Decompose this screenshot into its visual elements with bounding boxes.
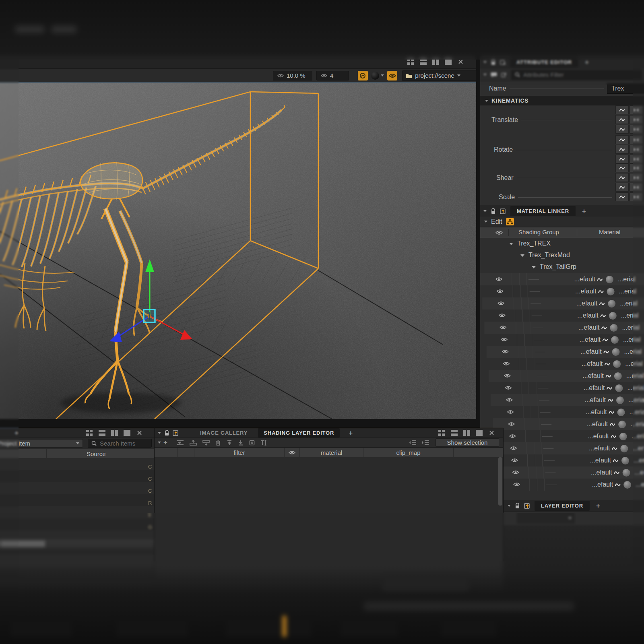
- material-swatch[interactable]: [617, 409, 625, 416]
- material-cell[interactable]: ...erial: [635, 469, 644, 476]
- export-panel-icon[interactable]: [524, 503, 530, 509]
- eye-icon[interactable]: [497, 289, 504, 293]
- hierarchy-icon[interactable]: [506, 218, 514, 225]
- curve-channel-icon[interactable]: [615, 105, 629, 114]
- render-mode-toggle[interactable]: [358, 71, 368, 80]
- material-row[interactable]: ...efault...erial: [498, 479, 644, 491]
- shading-group-cell[interactable]: ...efault: [546, 433, 609, 440]
- export-panel-icon[interactable]: [173, 430, 179, 436]
- shading-group-cell[interactable]: ...efault: [543, 396, 606, 404]
- material-row[interactable]: ...efault...erial: [495, 442, 644, 454]
- material-swatch[interactable]: [606, 276, 613, 283]
- shading-group-cell[interactable]: ...efault: [537, 324, 599, 331]
- single-view-button[interactable]: [124, 430, 130, 436]
- chevron-down-icon[interactable]: [532, 266, 536, 268]
- tab-material-linker[interactable]: MATERIAL LINKER: [510, 206, 576, 216]
- material-cell[interactable]: ...erial: [628, 396, 644, 404]
- material-row[interactable]: ...efault...erial: [493, 418, 644, 430]
- sle-body[interactable]: [155, 457, 503, 644]
- keyframe-arrows-icon[interactable]: [630, 145, 643, 154]
- samples-field[interactable]: 4: [316, 71, 349, 80]
- browser-row[interactable]: [0, 627, 154, 639]
- shading-group-cell[interactable]: ...efault: [541, 372, 604, 380]
- column-shading-group[interactable]: Shading Group: [518, 229, 559, 235]
- material-row[interactable]: ...efault...erial: [496, 454, 644, 466]
- link-curve-icon[interactable]: [611, 434, 617, 439]
- curve-channel-icon[interactable]: [615, 163, 629, 172]
- link-curve-icon[interactable]: [602, 337, 608, 342]
- tab-shading-layer-editor[interactable]: SHADING LAYER EDITOR: [258, 428, 340, 438]
- clipped-item-label[interactable]: R: [148, 500, 152, 506]
- chevron-down-icon[interactable]: [520, 254, 524, 257]
- material-row[interactable]: ...efault...erial: [484, 322, 644, 334]
- column-material[interactable]: material: [300, 448, 363, 457]
- keyframe-arrows-icon[interactable]: [630, 125, 643, 134]
- keyframe-arrows-icon[interactable]: [630, 155, 643, 163]
- split-vertical-button[interactable]: [463, 430, 470, 436]
- browser-row[interactable]: [0, 506, 154, 518]
- item-search[interactable]: Search Items: [88, 439, 152, 448]
- material-row[interactable]: ...efault...erial: [492, 406, 644, 418]
- link-curve-icon[interactable]: [604, 361, 610, 366]
- menu-item-blurred[interactable]: [52, 26, 76, 33]
- single-view-button[interactable]: [445, 59, 452, 65]
- split-vertical-button[interactable]: [111, 430, 118, 436]
- material-cell[interactable]: ...erial: [625, 360, 643, 367]
- lock-icon[interactable]: [491, 59, 496, 65]
- show-selection-button[interactable]: Show selection: [436, 438, 499, 447]
- comment-bubble-icon[interactable]: [491, 72, 497, 78]
- browser-row[interactable]: [0, 567, 154, 579]
- material-cell[interactable]: ...erial: [630, 421, 644, 428]
- browser-row[interactable]: [0, 470, 154, 482]
- material-swatch[interactable]: [607, 288, 615, 295]
- eye-icon[interactable]: [512, 470, 519, 475]
- material-swatch[interactable]: [609, 312, 617, 320]
- material-cell[interactable]: ...erial: [619, 288, 637, 295]
- shading-group-cell[interactable]: ...efault: [533, 276, 595, 283]
- add-tab-button[interactable]: +: [346, 429, 355, 437]
- eye-icon[interactable]: [510, 446, 517, 450]
- material-swatch[interactable]: [612, 348, 620, 356]
- material-swatch[interactable]: [619, 433, 627, 440]
- link-curve-icon[interactable]: [613, 458, 619, 463]
- column-clip-map[interactable]: clip_map: [363, 448, 454, 457]
- quad-view-button[interactable]: [86, 430, 93, 436]
- close-icon[interactable]: [457, 59, 464, 65]
- clipped-item-label[interactable]: C: [148, 488, 152, 494]
- collapse-icon[interactable]: [158, 442, 161, 444]
- material-swatch[interactable]: [610, 324, 617, 332]
- split-horizontal-button[interactable]: [420, 59, 427, 65]
- collapse-icon[interactable]: [508, 505, 511, 507]
- material-swatch[interactable]: [611, 336, 619, 344]
- material-cell[interactable]: ...erial: [622, 324, 640, 331]
- column-visibility[interactable]: [285, 448, 300, 457]
- curve-channel-icon[interactable]: [615, 135, 629, 144]
- shading-group-cell[interactable]: ...efault: [542, 384, 605, 392]
- eye-icon[interactable]: [511, 458, 518, 462]
- edit-menu[interactable]: Edit: [491, 218, 502, 225]
- keyframe-arrows-icon[interactable]: [630, 135, 643, 144]
- single-view-button[interactable]: [476, 430, 483, 436]
- eye-icon[interactable]: [502, 349, 509, 354]
- pin-attribute-icon[interactable]: [501, 72, 507, 78]
- material-swatch[interactable]: [620, 445, 628, 452]
- kinematics-header[interactable]: KINEMATICS: [480, 96, 644, 105]
- scrollbar[interactable]: [498, 457, 502, 506]
- browser-row[interactable]: [0, 458, 154, 470]
- eye-icon[interactable]: [506, 398, 513, 402]
- close-icon[interactable]: [136, 430, 143, 436]
- collapse-icon[interactable]: [483, 61, 487, 63]
- browser-row[interactable]: [0, 579, 154, 591]
- curve-channel-icon[interactable]: [615, 155, 629, 163]
- material-cell[interactable]: ...erial: [620, 300, 638, 307]
- keyframe-arrows-icon[interactable]: [630, 163, 643, 172]
- link-curve-icon[interactable]: [607, 398, 613, 402]
- scene-path-dropdown[interactable]: project://scene: [402, 70, 476, 81]
- export-panel-icon[interactable]: [500, 208, 506, 215]
- close-icon[interactable]: [488, 430, 495, 436]
- quad-view-button[interactable]: [438, 430, 445, 436]
- visibility-toggle[interactable]: [387, 71, 397, 80]
- material-swatch[interactable]: [613, 360, 621, 368]
- curve-channel-icon[interactable]: [615, 173, 629, 182]
- browser-row[interactable]: [0, 494, 154, 506]
